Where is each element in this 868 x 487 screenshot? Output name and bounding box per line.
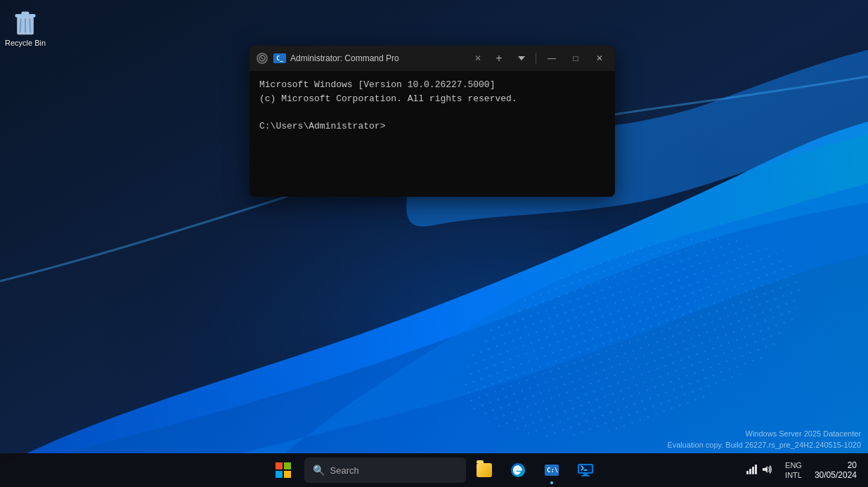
terminal-line2: (c) Microsoft Corporation. All rights re…	[259, 92, 605, 106]
watermark: Windows Server 2025 Datacenter Evaluatio…	[667, 429, 861, 450]
svg-rect-21	[583, 474, 588, 475]
svg-rect-28	[755, 465, 757, 474]
svg-rect-7	[22, 11, 30, 15]
svg-line-8	[20, 19, 21, 32]
show-desktop-button[interactable]	[858, 455, 862, 486]
windows-logo	[276, 462, 291, 478]
svg-rect-13	[276, 462, 283, 469]
clock-date: 30/05/2024	[815, 470, 857, 480]
recycle-bin-svg	[11, 8, 39, 36]
system-tray: ENG INTL 20 30/05/2024	[740, 459, 862, 482]
recycle-bin-label: Recycle Bin	[5, 39, 46, 48]
tray-icons-group[interactable]	[740, 461, 778, 480]
cmd-tab-icon: C_	[273, 53, 286, 63]
terminal-content[interactable]: Microsoft Windows [Version 10.0.26227.50…	[250, 71, 615, 197]
start-button[interactable]	[268, 455, 299, 486]
terminal-tab-title: Administrator: Command Pro	[290, 53, 467, 63]
lang-code: ENG	[785, 460, 802, 470]
clock-time: 20	[848, 460, 857, 470]
recycle-bin-icon[interactable]: Recycle Bin	[1, 5, 50, 51]
language-indicator[interactable]: ENG INTL	[781, 459, 806, 482]
terminal-line3	[259, 105, 605, 119]
edge-icon	[510, 462, 526, 478]
taskbar-file-explorer[interactable]	[469, 455, 500, 486]
svg-rect-15	[276, 471, 283, 478]
search-bar[interactable]: 🔍 Search	[304, 457, 466, 483]
svg-rect-27	[752, 467, 754, 474]
terminal-app-icon	[255, 51, 269, 65]
lang-variant: INTL	[785, 470, 802, 480]
svg-rect-14	[284, 462, 291, 469]
remote-desktop-icon	[578, 464, 593, 476]
volume-icon	[761, 464, 772, 477]
svg-rect-26	[749, 469, 751, 474]
new-tab-button[interactable]: +	[489, 48, 509, 68]
minimize-button[interactable]: —	[542, 48, 562, 68]
svg-rect-16	[284, 471, 291, 478]
maximize-button[interactable]: □	[566, 48, 585, 68]
taskbar: 🔍 Search	[0, 453, 868, 487]
terminal-prompt: C:\Users\Administrator>	[259, 119, 605, 134]
svg-rect-25	[746, 471, 749, 474]
taskbar-edge[interactable]	[503, 455, 533, 486]
svg-rect-22	[581, 475, 590, 476]
svg-text:C:\: C:\	[547, 467, 558, 474]
desktop: Recycle Bin C_ Administrator: Command Pr…	[0, 0, 868, 487]
watermark-line2: Evaluation copy. Build 26227.rs_pre_24H2…	[667, 440, 861, 450]
terminal-icon: C:\	[545, 465, 559, 476]
terminal-line1: Microsoft Windows [Version 10.0.26227.50…	[259, 78, 605, 92]
search-placeholder: Search	[330, 465, 359, 476]
terminal-window: C_ Administrator: Command Pro ✕ + — □ ✕ …	[250, 46, 615, 197]
svg-line-12	[261, 57, 264, 60]
tab-close-button[interactable]: ✕	[471, 51, 485, 65]
network-icon	[746, 464, 757, 477]
terminal-titlebar: C_ Administrator: Command Pro ✕ + — □ ✕	[250, 46, 615, 71]
taskbar-center: 🔍 Search	[268, 455, 601, 486]
tab-dropdown-button[interactable]	[513, 48, 530, 68]
svg-line-10	[30, 19, 30, 32]
titlebar-separator	[536, 53, 536, 64]
taskbar-remote-desktop[interactable]	[570, 455, 601, 486]
watermark-line1: Windows Server 2025 Datacenter	[667, 429, 861, 439]
folder-icon	[477, 463, 492, 477]
search-icon: 🔍	[313, 465, 325, 476]
clock[interactable]: 20 30/05/2024	[809, 459, 862, 481]
close-button[interactable]: ✕	[590, 48, 609, 68]
taskbar-terminal[interactable]: C:\	[536, 455, 567, 486]
